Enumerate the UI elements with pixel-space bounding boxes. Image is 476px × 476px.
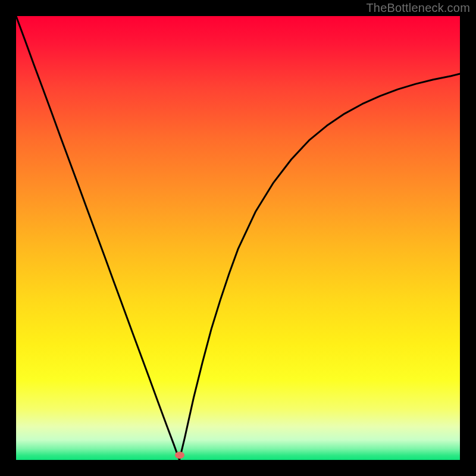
plot-area bbox=[16, 16, 460, 460]
chart-stage: TheBottleneck.com bbox=[0, 0, 476, 476]
min-marker bbox=[175, 452, 184, 459]
chart-svg bbox=[0, 0, 476, 476]
watermark-text: TheBottleneck.com bbox=[366, 1, 470, 15]
